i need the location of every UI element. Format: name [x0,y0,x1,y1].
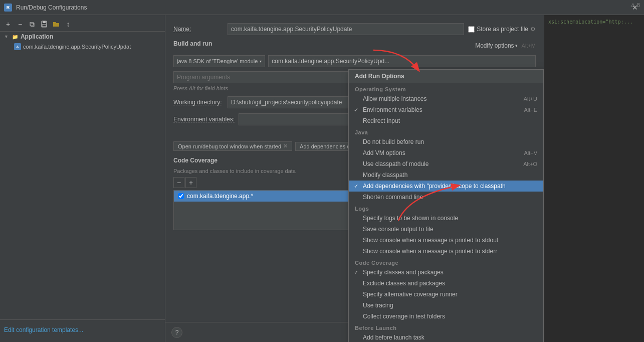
gear-icon[interactable]: ⚙ [530,26,536,33]
store-project-row: Store as project file ⚙ [468,26,536,33]
right-side-panel: xsi:schemaLocation="http:... ⚠ 8 [544,15,644,342]
menu-group-os: Operating System [349,83,543,93]
menu-group-java: Java [349,126,543,136]
modify-options-label: Modify options [475,42,514,49]
expand-arrow: ▼ [4,34,9,39]
menu-item-label: Show console when a message is printed t… [363,248,497,255]
menu-item-save-console[interactable]: Save console output to file [349,224,543,235]
menu-shortcut: Alt+E [524,107,537,113]
menu-item-label: Shorten command line [363,194,423,201]
menu-item-label: Add VM options [363,149,405,156]
menu-item-label: Allow multiple instances [363,95,426,102]
remove-config-button[interactable]: − [15,19,25,29]
menu-item-label: Add dependencies with "provided" scope t… [363,183,506,190]
menu-item-label: Specify alternative coverage runner [363,291,458,298]
config-item-label: com.kaifa.tdengine.app.SecurityPolicyUpd… [23,44,131,50]
group-label: Application [21,33,53,40]
coverage-item-label: com.kaifa.tdengine.app.* [187,193,253,200]
menu-item-label: Use tracing [363,302,393,309]
menu-item-allow-multiple[interactable]: Allow multiple instances Alt+U [349,93,543,104]
sort-config-button[interactable]: ↕ [63,19,73,29]
name-label: Name: [173,26,224,33]
add-config-button[interactable]: + [3,19,13,29]
folder-config-button[interactable] [51,19,61,29]
menu-item-use-classpath[interactable]: Use classpath of module Alt+O [349,158,543,169]
menu-item-specify-classes[interactable]: Specify classes and packages [349,267,543,278]
menu-item-label: Use classpath of module [363,160,428,167]
jvm-label: java 8 SDK of 'TDengine' module [177,58,258,64]
modify-options-dropdown: Add Run Options Operating System Allow m… [348,69,544,342]
bottom-left: ? [171,327,182,338]
jvm-dropdown-arrow: ▾ [260,59,262,64]
working-dir-label: Working directory: [173,99,224,106]
menu-item-label: Exclude classes and packages [363,280,445,287]
store-project-label: Store as project file [477,26,528,33]
menu-item-add-before-launch[interactable]: Add before launch task [349,332,543,342]
sidebar-group-application[interactable]: ▼ 📁 Application [0,32,165,42]
tag-close-icon-1[interactable]: ✕ [283,143,288,149]
jvm-dropdown[interactable]: java 8 SDK of 'TDengine' module ▾ [173,55,265,67]
menu-item-label: Modify classpath [363,172,407,179]
sidebar: + − ⧉ ↕ ▼ 📁 Application A com.kaifa.tden… [0,15,165,342]
tag-open-run-debug[interactable]: Open run/debug tool window when started … [173,141,292,151]
menu-item-collect-coverage[interactable]: Collect coverage in test folders [349,311,543,322]
menu-item-label: Redirect input [363,117,400,124]
name-row: Name: Store as project file ⚙ [173,23,536,35]
save-config-button[interactable] [39,19,49,29]
tag-label-1: Open run/debug tool window when started [178,143,281,149]
right-panel: Name: Store as project file ⚙ Build and … [165,15,544,342]
menu-shortcut: Alt+V [524,150,537,156]
svg-rect-1 [43,21,46,23]
menu-item-modify-classpath[interactable]: Modify classpath [349,169,543,181]
menu-item-specify-logs[interactable]: Specify logs to be shown in console [349,213,543,224]
dropdown-header: Add Run Options [349,70,543,83]
sidebar-toolbar: + − ⧉ ↕ [0,17,165,32]
menu-item-label: Environment variables [363,106,422,113]
menu-item-label: Show console when a message is printed t… [363,237,498,244]
modify-options-shortcut: Alt+M [522,43,536,49]
menu-item-label: Specify classes and packages [363,269,444,276]
code-snippet: xsi:schemaLocation="http:... [546,17,642,27]
app-icon: R [4,4,12,12]
help-button[interactable]: ? [171,327,182,338]
store-project-checkbox[interactable] [468,26,475,33]
menu-item-label: Save console output to file [363,226,434,233]
modify-options-area: Modify options ▾ Alt+M [473,41,536,50]
env-vars-label: Environment variables: [173,116,235,123]
title-bar: R Run/Debug Configurations ✕ [0,0,644,15]
menu-item-env-vars[interactable]: Environment variables Alt+E [349,104,543,115]
build-run-header: Build and run Modify options ▾ Alt+M [173,40,536,51]
menu-item-no-build[interactable]: Do not build before run [349,136,543,147]
main-layout: + − ⧉ ↕ ▼ 📁 Application A com.kaifa.tden… [0,15,644,342]
menu-item-alt-coverage-runner[interactable]: Specify alternative coverage runner [349,289,543,300]
sidebar-bottom: Edit configuration templates... [0,319,165,339]
menu-item-exclude-classes[interactable]: Exclude classes and packages [349,278,543,289]
menu-shortcut: Alt+O [523,161,537,167]
menu-item-show-stdout[interactable]: Show console when a message is printed t… [349,235,543,246]
main-class-input[interactable] [268,55,536,67]
jvm-row: java 8 SDK of 'TDengine' module ▾ [173,55,536,67]
menu-item-use-tracing[interactable]: Use tracing [349,300,543,311]
menu-shortcut: Alt+U [524,96,537,102]
menu-item-label: Specify logs to be shown in console [363,215,458,222]
copy-config-button[interactable]: ⧉ [27,19,37,29]
edit-templates-link[interactable]: Edit configuration templates... [4,326,83,333]
menu-item-add-deps[interactable]: Add dependencies with "provided" scope t… [349,181,543,192]
menu-item-label: Collect coverage in test folders [363,313,445,320]
menu-item-shorten-cmd[interactable]: Shorten command line [349,192,543,203]
modify-options-button[interactable]: Modify options ▾ [473,41,519,50]
menu-item-show-stderr[interactable]: Show console when a message is printed t… [349,246,543,257]
svg-rect-2 [42,25,46,27]
app-config-icon: A [14,43,21,50]
menu-item-add-vm[interactable]: Add VM options Alt+V [349,147,543,158]
chevron-down-icon: ▾ [515,43,518,48]
coverage-item-checkbox[interactable] [178,193,184,199]
coverage-add-btn[interactable]: + [185,177,196,188]
sidebar-tree: ▼ 📁 Application A com.kaifa.tdengine.app… [0,32,165,319]
name-input[interactable] [228,23,464,35]
build-run-title: Build and run [173,40,212,47]
coverage-remove-btn[interactable]: − [173,177,184,188]
sidebar-item-securitypolicyupdate[interactable]: A com.kaifa.tdengine.app.SecurityPolicyU… [0,42,165,52]
menu-item-redirect-input[interactable]: Redirect input [349,115,543,126]
sidebar-spacer [0,52,165,252]
